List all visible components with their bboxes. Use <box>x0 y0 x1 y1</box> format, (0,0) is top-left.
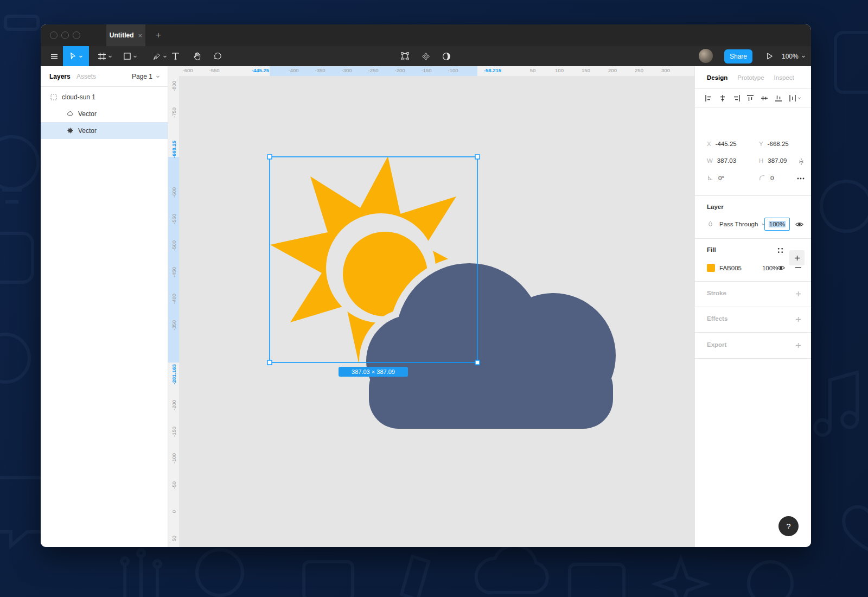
ruler-label: 150 <box>582 67 590 73</box>
move-tool-button[interactable] <box>63 46 89 66</box>
y-position-field[interactable]: Y -668.25 <box>759 141 789 147</box>
ruler-label: -750 <box>168 102 179 124</box>
align-right-icon[interactable] <box>733 94 741 102</box>
align-v-center-icon[interactable] <box>761 94 768 102</box>
add-export-button[interactable] <box>794 341 802 349</box>
text-tool-button[interactable] <box>167 46 184 66</box>
layer-visibility-toggle[interactable] <box>795 220 803 228</box>
distribute-icon <box>789 94 796 102</box>
comment-tool-icon <box>213 52 222 61</box>
align-left-icon[interactable] <box>705 94 712 102</box>
chevron-down-icon[interactable] <box>133 54 137 59</box>
width-field[interactable]: W 387.03 <box>707 157 736 164</box>
chevron-down-icon[interactable] <box>79 54 83 59</box>
tab-prototype[interactable]: Prototype <box>737 74 764 81</box>
tab-design[interactable]: Design <box>707 74 727 81</box>
layer-row-frame[interactable]: cloud-sun 1 <box>41 88 168 105</box>
toolbar: Share 100% <box>41 46 811 66</box>
rectangle-tool-icon <box>123 52 131 60</box>
ruler-label: -281.163 <box>168 364 179 385</box>
divider <box>695 195 811 196</box>
rotation-field[interactable]: 0° <box>707 175 724 181</box>
ruler-label: -350 <box>168 315 179 336</box>
tab-close-icon[interactable]: × <box>138 31 143 40</box>
main-menu-button[interactable] <box>45 46 63 66</box>
selection-handle-top-right[interactable] <box>475 155 480 159</box>
shape-tool-button[interactable] <box>118 46 142 66</box>
ruler-label: 250 <box>635 67 643 73</box>
stroke-section-title: Stroke <box>707 290 726 296</box>
help-button[interactable]: ? <box>778 516 799 536</box>
selection-handle-bottom-right[interactable] <box>475 360 480 365</box>
window-close-button[interactable] <box>50 31 58 39</box>
fill-styles-button[interactable] <box>776 246 784 254</box>
use-as-mask-button[interactable] <box>438 46 455 66</box>
fill-color-swatch[interactable] <box>707 264 715 272</box>
tab-layers[interactable]: Layers <box>49 73 71 80</box>
constrain-proportions-toggle[interactable] <box>797 157 806 166</box>
candles-icon <box>122 550 161 597</box>
blend-droplet-icon <box>707 220 714 227</box>
add-fill-button[interactable] <box>789 250 805 265</box>
align-bottom-icon[interactable] <box>775 94 782 102</box>
square-icon <box>5 16 38 29</box>
clock-icon <box>749 562 792 597</box>
new-tab-button[interactable]: + <box>152 24 165 46</box>
divider <box>695 332 811 333</box>
comment-tool-button[interactable] <box>208 46 227 66</box>
design-panel-tabs: Design Prototype Inspect <box>695 66 811 89</box>
edit-object-button[interactable] <box>396 46 413 66</box>
canvas[interactable]: 387.03 × 387.09 <box>179 76 694 547</box>
ruler-left[interactable]: -800-750-668.25-600-550-500-450-400-350-… <box>168 76 179 547</box>
x-value: -445.25 <box>716 141 737 147</box>
hamburger-menu-icon <box>50 52 59 61</box>
selection-handle-bottom-left[interactable] <box>267 360 272 365</box>
hand-tool-button[interactable] <box>187 46 207 66</box>
fill-visibility-toggle[interactable] <box>776 264 785 271</box>
user-avatar[interactable] <box>699 49 713 63</box>
layer-name: Vector <box>78 127 97 135</box>
constrain-link-icon <box>798 158 805 166</box>
tab-inspect[interactable]: Inspect <box>774 74 794 81</box>
page-selector[interactable]: Page 1 <box>132 73 160 80</box>
distribute-menu[interactable] <box>789 94 801 102</box>
ruler-label: 200 <box>608 67 617 73</box>
corner-radius-field[interactable]: 0 <box>759 175 774 181</box>
blend-mode-value: Pass Through <box>719 221 758 227</box>
more-options-button[interactable] <box>796 175 806 182</box>
file-tab[interactable]: Untitled × <box>106 24 145 46</box>
layer-row-vector-cloud[interactable]: Vector <box>41 105 168 122</box>
opacity-input[interactable]: 100% <box>764 218 790 231</box>
hand-tool-icon <box>193 52 202 61</box>
remove-fill-button[interactable] <box>794 264 802 271</box>
chevron-down-icon[interactable] <box>108 54 112 59</box>
h-label: H <box>759 157 763 164</box>
ruler-label: -668.25 <box>168 138 179 160</box>
frame-tool-button[interactable] <box>93 46 117 66</box>
present-button[interactable] <box>761 46 777 66</box>
fill-opacity-value[interactable]: 100% <box>762 265 778 271</box>
ruler-top[interactable]: -600-550-445.25-400-350-300-250-200-150-… <box>179 66 694 76</box>
share-button[interactable]: Share <box>724 49 752 63</box>
zoom-control[interactable]: 100% <box>782 46 806 66</box>
align-top-icon[interactable] <box>746 94 754 102</box>
radius-value: 0 <box>770 175 774 181</box>
align-h-center-icon[interactable] <box>719 94 726 102</box>
window-minimize-button[interactable] <box>61 31 69 39</box>
ruler-label: -550 <box>168 208 179 230</box>
x-position-field[interactable]: X -445.25 <box>707 141 737 147</box>
rotation-value: 0° <box>718 175 724 181</box>
tab-assets[interactable]: Assets <box>76 73 96 80</box>
selection-handle-top-left[interactable] <box>267 155 272 159</box>
height-field[interactable]: H 387.09 <box>759 157 787 164</box>
layer-row-vector-sun[interactable]: Vector <box>41 122 168 139</box>
plus-icon <box>795 342 801 348</box>
create-component-button[interactable] <box>417 46 435 66</box>
fill-color-row[interactable]: FAB005 100% <box>707 264 778 272</box>
add-stroke-button[interactable] <box>794 290 802 297</box>
add-effect-button[interactable] <box>794 315 802 323</box>
blend-mode-control[interactable]: Pass Through <box>707 220 765 227</box>
heart-icon <box>844 507 868 549</box>
window-zoom-button[interactable] <box>73 31 80 39</box>
fill-hex-value[interactable]: FAB005 <box>719 265 742 271</box>
